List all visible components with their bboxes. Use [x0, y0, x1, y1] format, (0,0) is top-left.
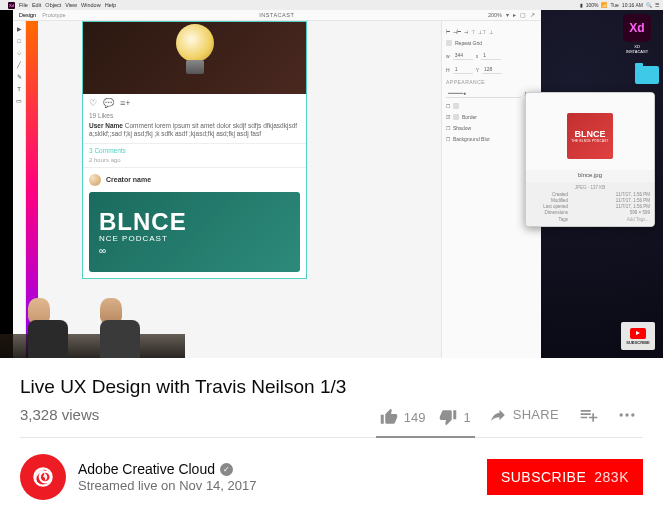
svg-point-0: [620, 413, 623, 416]
repeat-grid-icon[interactable]: [446, 40, 452, 46]
xd-app-badge: Xd: [623, 14, 651, 42]
align-bottom-icon[interactable]: ⊥: [489, 29, 493, 35]
width-field[interactable]: 344: [453, 51, 473, 60]
align-top-icon[interactable]: ⊤: [471, 29, 475, 35]
zoom-level[interactable]: 200%: [488, 12, 502, 18]
post-image: [83, 22, 306, 94]
search-icon[interactable]: 🔍: [646, 2, 652, 8]
x-field[interactable]: 1: [481, 51, 501, 60]
post-time: 2 hours ago: [83, 157, 306, 167]
menu-help[interactable]: Help: [105, 2, 116, 8]
align-left-icon[interactable]: ⊢: [446, 29, 450, 35]
menubar-day: Tue: [610, 2, 618, 8]
dislike-button[interactable]: 1: [439, 408, 470, 426]
blnce-card: BLNCE NCE PODCAST ∞: [89, 192, 300, 272]
battery-icon: ▮: [580, 2, 583, 8]
more-button[interactable]: [611, 405, 643, 425]
subscribe-button[interactable]: SUBSCRIBE 283K: [487, 459, 643, 495]
channel-name[interactable]: Adobe Creative Cloud: [78, 461, 215, 477]
align-right-icon[interactable]: ⊣: [464, 29, 468, 35]
bgblur-label: Background Blur: [453, 136, 490, 142]
creator-avatar: [89, 174, 101, 186]
channel-avatar[interactable]: [20, 454, 66, 500]
share-icon[interactable]: ↗: [530, 12, 535, 18]
add-icon[interactable]: ≡+: [120, 98, 131, 108]
tab-design[interactable]: Design: [19, 12, 36, 18]
wifi-icon: 📶: [601, 2, 607, 8]
appearance-section: APPEARANCE: [446, 79, 537, 85]
like-button[interactable]: 149: [380, 408, 426, 426]
ellipse-tool[interactable]: ○: [16, 49, 23, 56]
svg-point-2: [631, 413, 634, 416]
blnce-title: BLNCE: [99, 208, 300, 236]
post-caption: User Name Comment lorem ipsum sit amet d…: [83, 122, 306, 143]
share-button[interactable]: SHARE: [481, 406, 567, 424]
shadow-label: Shadow: [453, 125, 471, 131]
menu-window[interactable]: Window: [81, 2, 101, 8]
document-title: INSTACAST: [259, 12, 294, 18]
stream-date: Streamed live on Nov 14, 2017: [78, 478, 475, 493]
comments-link[interactable]: 3 Comments: [83, 143, 306, 157]
battery-percent: 100%: [586, 2, 599, 8]
creative-cloud-icon: [30, 464, 56, 490]
play-icon[interactable]: ▸: [513, 12, 516, 18]
thumbs-down-icon: [439, 408, 457, 426]
playlist-add-icon: [579, 405, 599, 425]
video-player[interactable]: Xd File Edit Object View Window Help ▮ 1…: [0, 0, 663, 358]
height-field[interactable]: 1: [453, 65, 473, 74]
menu-icon[interactable]: ☰: [655, 2, 659, 8]
device-icon[interactable]: ▢: [520, 12, 526, 18]
creator-row: Creator name: [83, 167, 306, 192]
artboard-post[interactable]: ♡ 💬 ≡+ 19 Likes User Name Comment lorem …: [82, 21, 307, 279]
save-button[interactable]: [573, 405, 605, 425]
repeat-grid-label: Repeat Grid: [455, 40, 482, 46]
youtube-icon: [630, 328, 646, 339]
video-actions: 149 1 SHARE: [376, 402, 643, 427]
verified-icon: ✓: [220, 463, 233, 476]
select-tool[interactable]: ▶: [16, 25, 23, 32]
lightbulb-icon: [170, 24, 220, 89]
artboard-tool[interactable]: ▭: [16, 97, 23, 104]
tab-prototype[interactable]: Prototype: [42, 12, 66, 18]
comment-icon[interactable]: 💬: [103, 98, 114, 108]
heart-icon[interactable]: ♡: [89, 98, 97, 108]
svg-point-1: [625, 413, 628, 416]
chevron-down-icon[interactable]: ▾: [506, 12, 509, 18]
xd-badge-caption: XD INSTACAST: [623, 44, 651, 54]
align-center-icon[interactable]: ⊣⊢: [453, 29, 461, 35]
likes-count: 19 Likes: [83, 112, 306, 122]
more-horizontal-icon: [617, 405, 637, 425]
post-actions: ♡ 💬 ≡+: [83, 94, 306, 112]
finder-metadata: JPEG - 137 KB Created11/7/17, 1:56 PM Mo…: [526, 182, 654, 226]
blnce-subtitle: NCE PODCAST: [99, 234, 300, 243]
webcam-overlay: [0, 268, 180, 358]
opacity-slider[interactable]: ━━━━━●: [446, 89, 521, 98]
youtube-subscribe-corner[interactable]: SUBSCRIBE: [621, 322, 655, 350]
fill-swatch[interactable]: [453, 103, 459, 109]
menu-view[interactable]: View: [65, 2, 77, 8]
text-tool[interactable]: T: [16, 85, 23, 92]
desktop-background: Xd XD INSTACAST BLNCE THE BLNCE PODCAST …: [541, 10, 663, 358]
view-count: 3,328 views: [20, 406, 99, 423]
menu-file[interactable]: File: [19, 2, 28, 8]
finder-preview-panel[interactable]: BLNCE THE BLNCE PODCAST blnce.jpg JPEG -…: [525, 92, 655, 227]
menu-object[interactable]: Object: [45, 2, 61, 8]
y-field[interactable]: 128: [482, 65, 502, 74]
video-info-section: Live UX Design with Travis Neilson 1/3 3…: [0, 358, 663, 438]
xd-window-header: Design Prototype INSTACAST 200% ▾ ▸ ▢ ↗: [13, 10, 541, 21]
subscribe-overlay-label: SUBSCRIBE: [626, 340, 650, 345]
video-title: Live UX Design with Travis Neilson 1/3: [20, 376, 643, 398]
border-label: Border: [462, 114, 477, 120]
align-middle-icon[interactable]: ⊥⊤: [478, 29, 486, 35]
share-icon: [489, 406, 507, 424]
xd-app-icon: Xd: [8, 2, 15, 9]
pen-tool[interactable]: ✎: [16, 73, 23, 80]
menubar-time: 10:16 AM: [622, 2, 643, 8]
border-swatch[interactable]: [453, 114, 459, 120]
menu-edit[interactable]: Edit: [32, 2, 41, 8]
finder-filename: blnce.jpg: [526, 170, 654, 182]
folder-icon[interactable]: [635, 66, 659, 84]
line-tool[interactable]: ╱: [16, 61, 23, 68]
rectangle-tool[interactable]: □: [16, 37, 23, 44]
channel-row: Adobe Creative Cloud ✓ Streamed live on …: [0, 438, 663, 516]
